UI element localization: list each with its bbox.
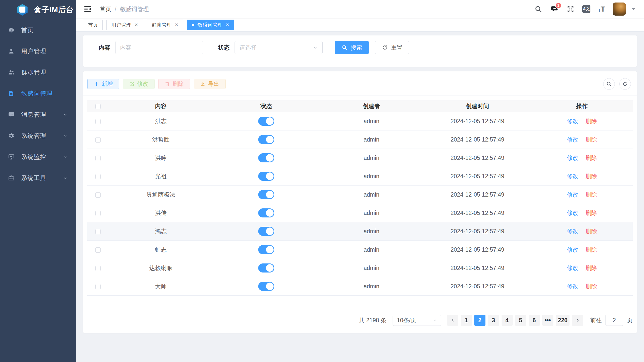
table-refresh-icon[interactable] <box>619 78 631 90</box>
page-button-6[interactable]: 6 <box>529 315 540 326</box>
export-button[interactable]: 导出 <box>194 79 225 89</box>
search-icon[interactable] <box>534 5 543 13</box>
font-size-icon[interactable]: TT <box>598 5 605 13</box>
breadcrumb-home[interactable]: 首页 <box>100 5 111 13</box>
avatar[interactable] <box>613 3 626 16</box>
close-icon[interactable]: ✕ <box>134 22 138 28</box>
page-button-220[interactable]: 220 <box>556 315 570 326</box>
document-icon <box>8 90 15 97</box>
row-delete-link[interactable]: 删除 <box>586 264 597 272</box>
translate-icon[interactable]: A文 <box>582 5 590 13</box>
row-delete-link[interactable]: 删除 <box>586 283 597 290</box>
row-delete-link[interactable]: 删除 <box>586 172 597 180</box>
row-checkbox[interactable] <box>95 211 101 216</box>
status-filter-select[interactable]: 请选择 <box>235 41 323 54</box>
close-icon[interactable]: ✕ <box>225 22 229 28</box>
row-delete-link[interactable]: 删除 <box>586 191 597 199</box>
row-checkbox[interactable] <box>95 192 101 198</box>
row-edit-link[interactable]: 修改 <box>567 209 579 217</box>
row-edit-link[interactable]: 修改 <box>567 264 579 272</box>
notifications-icon[interactable]: 1 <box>550 5 559 13</box>
filter-panel: 内容 状态 请选择 搜索 重置 <box>83 35 637 67</box>
row-checkbox[interactable] <box>95 266 101 271</box>
row-delete-link[interactable]: 删除 <box>586 228 597 235</box>
next-page-button[interactable] <box>572 315 583 326</box>
box-im-logo-icon <box>17 4 28 16</box>
tab-label: 敏感词管理 <box>197 22 222 28</box>
row-edit-link[interactable]: 修改 <box>567 172 579 180</box>
row-edit-link[interactable]: 修改 <box>567 228 579 235</box>
delete-button[interactable]: 删除 <box>158 79 190 89</box>
sidebar-item-messages[interactable]: 消息管理 <box>0 104 76 125</box>
sidebar-item-system-monitor[interactable]: 系统监控 <box>0 146 76 167</box>
reset-button[interactable]: 重置 <box>375 41 409 54</box>
sidebar-item-home[interactable]: 首页 <box>0 20 76 41</box>
sidebar-item-users[interactable]: 用户管理 <box>0 41 76 62</box>
row-checkbox[interactable] <box>95 156 101 161</box>
table-search-icon[interactable] <box>603 78 615 90</box>
page-button-2-active[interactable]: 2 <box>474 315 485 326</box>
app-window: 盒子IM后台 首页 用户管理 群聊管理 <box>0 0 644 362</box>
table-header-row: 内容 状态 创建者 创建时间 操作 <box>87 100 633 112</box>
active-tab-dot <box>192 24 194 26</box>
content-filter-input[interactable] <box>115 41 203 54</box>
status-toggle[interactable] <box>258 263 274 273</box>
row-checkbox[interactable] <box>95 247 101 253</box>
fullscreen-icon[interactable] <box>566 5 575 13</box>
tab-home[interactable]: 首页 <box>83 20 103 30</box>
page-size-select[interactable]: 10条/页 <box>393 315 441 326</box>
page-ellipsis-button[interactable]: ••• <box>542 315 553 326</box>
page-button-4[interactable]: 4 <box>502 315 513 326</box>
status-toggle[interactable] <box>258 208 274 217</box>
row-edit-link[interactable]: 修改 <box>567 117 579 125</box>
status-toggle[interactable] <box>258 282 274 291</box>
plus-icon <box>94 81 99 87</box>
page-button-3[interactable]: 3 <box>488 315 499 326</box>
add-button[interactable]: 新增 <box>87 79 119 89</box>
avatar-caret-icon[interactable] <box>631 8 635 12</box>
row-checkbox[interactable] <box>95 284 101 289</box>
sidebar-item-sensitive-words[interactable]: 敏感词管理 <box>0 83 76 104</box>
status-toggle[interactable] <box>258 135 274 144</box>
status-toggle[interactable] <box>258 245 274 254</box>
row-delete-link[interactable]: 删除 <box>586 117 597 125</box>
tab-group-management[interactable]: 群聊管理 ✕ <box>147 20 183 30</box>
row-delete-link[interactable]: 删除 <box>586 246 597 254</box>
row-delete-link[interactable]: 删除 <box>586 209 597 217</box>
status-toggle[interactable] <box>258 172 274 181</box>
gear-icon <box>8 132 15 139</box>
row-edit-link[interactable]: 修改 <box>567 246 579 254</box>
page-button-1[interactable]: 1 <box>461 315 472 326</box>
close-icon[interactable]: ✕ <box>175 22 178 28</box>
search-button[interactable]: 搜索 <box>335 41 369 54</box>
row-edit-link[interactable]: 修改 <box>567 191 579 199</box>
row-edit-link[interactable]: 修改 <box>567 154 579 162</box>
row-checkbox[interactable] <box>95 119 101 124</box>
row-delete-link[interactable]: 删除 <box>586 154 597 162</box>
trash-icon <box>165 81 170 87</box>
page-button-5[interactable]: 5 <box>515 315 526 326</box>
edit-button[interactable]: 修改 <box>123 79 155 89</box>
sidebar-collapse-icon[interactable] <box>83 5 92 14</box>
sidebar-item-groups[interactable]: 群聊管理 <box>0 62 76 83</box>
sidebar-item-system-admin[interactable]: 系统管理 <box>0 125 76 146</box>
chevron-down-icon <box>63 155 67 159</box>
cell-creator: admin <box>319 283 424 290</box>
row-checkbox[interactable] <box>95 229 101 234</box>
sidebar-item-system-tools[interactable]: 系统工具 <box>0 167 76 189</box>
row-edit-link[interactable]: 修改 <box>567 283 579 290</box>
status-toggle[interactable] <box>258 227 274 236</box>
download-icon <box>200 81 206 87</box>
row-checkbox[interactable] <box>95 174 101 179</box>
status-toggle[interactable] <box>258 153 274 162</box>
select-all-checkbox[interactable] <box>95 104 101 109</box>
tab-user-management[interactable]: 用户管理 ✕ <box>106 20 143 30</box>
goto-page-input[interactable] <box>605 315 623 326</box>
row-checkbox[interactable] <box>95 137 101 143</box>
status-toggle[interactable] <box>258 117 274 126</box>
tab-sensitive-words[interactable]: 敏感词管理 ✕ <box>187 20 234 30</box>
row-edit-link[interactable]: 修改 <box>567 136 579 144</box>
prev-page-button[interactable] <box>447 315 458 326</box>
row-delete-link[interactable]: 删除 <box>586 136 597 144</box>
status-toggle[interactable] <box>258 190 274 199</box>
